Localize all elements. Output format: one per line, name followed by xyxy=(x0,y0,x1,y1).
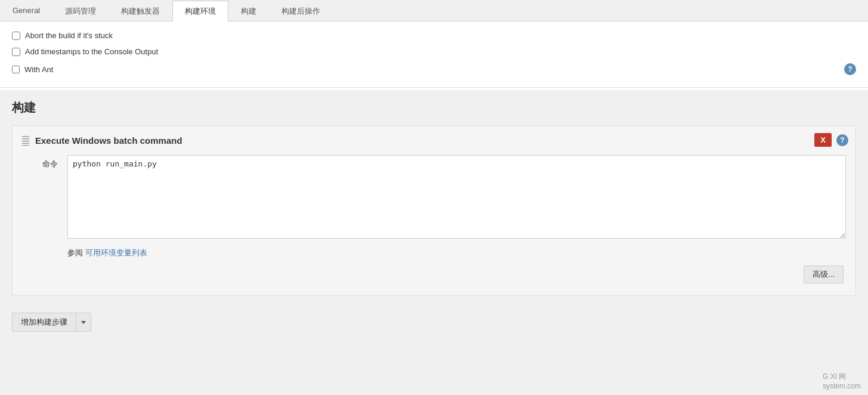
command-textarea[interactable] xyxy=(67,155,846,239)
timestamps-row: Add timestamps to the Console Output xyxy=(12,44,856,60)
dropdown-caret-icon xyxy=(81,321,86,324)
with-ant-label: With Ant xyxy=(24,65,53,74)
tab-build[interactable]: 构建 xyxy=(228,1,269,21)
add-step-dropdown-button[interactable] xyxy=(76,313,91,332)
delete-button[interactable]: X xyxy=(814,133,832,147)
command-input-wrap xyxy=(67,155,846,240)
command-form-row: 命令 xyxy=(22,155,846,240)
add-step-main-button[interactable]: 增加构建步骤 xyxy=(12,313,76,332)
content-area: Abort the build if it's stuck Add timest… xyxy=(0,21,868,339)
build-section: 构建 Execute Windows batch command X ? 命令 xyxy=(0,90,868,305)
with-ant-left: With Ant xyxy=(12,65,53,74)
add-step-btn-group: 增加构建步骤 xyxy=(12,313,91,332)
reference-row: 参阅 可用环境变量列表 xyxy=(22,248,846,258)
command-card: Execute Windows batch command X ? 命令 参阅 … xyxy=(12,125,856,296)
abort-stuck-row: Abort the build if it's stuck xyxy=(12,27,856,44)
command-card-help-icon[interactable]: ? xyxy=(836,134,848,146)
reference-link[interactable]: 可用环境变量列表 xyxy=(85,248,147,257)
with-ant-checkbox[interactable] xyxy=(12,66,20,73)
add-step-wrap: 增加构建步骤 xyxy=(0,305,868,339)
tab-trigger[interactable]: 构建触发器 xyxy=(108,1,172,21)
command-card-title: Execute Windows batch command xyxy=(35,135,182,146)
timestamps-label: Add timestamps to the Console Output xyxy=(25,47,158,56)
with-ant-help-icon[interactable]: ? xyxy=(844,63,856,75)
tab-post[interactable]: 构建后操作 xyxy=(269,1,333,21)
build-section-title: 构建 xyxy=(12,100,856,116)
abort-stuck-checkbox[interactable] xyxy=(12,32,20,40)
timestamps-checkbox[interactable] xyxy=(12,48,20,56)
advanced-button[interactable]: 高级... xyxy=(804,266,844,283)
tab-env[interactable]: 构建环境 xyxy=(172,1,228,21)
tab-general[interactable]: General xyxy=(0,1,52,21)
command-label: 命令 xyxy=(22,155,58,169)
command-card-header: Execute Windows batch command xyxy=(22,135,846,146)
abort-stuck-label: Abort the build if it's stuck xyxy=(25,31,113,40)
reference-prefix: 参阅 xyxy=(67,248,83,257)
drag-handle[interactable] xyxy=(22,136,29,146)
tab-source[interactable]: 源码管理 xyxy=(52,1,108,21)
with-ant-row: With Ant ? xyxy=(12,60,856,79)
tab-bar: General 源码管理 构建触发器 构建环境 构建 构建后操作 xyxy=(0,0,868,21)
advanced-row: 高级... xyxy=(22,266,846,283)
section-divider xyxy=(0,87,868,88)
checkbox-section: Abort the build if it's stuck Add timest… xyxy=(0,21,868,85)
